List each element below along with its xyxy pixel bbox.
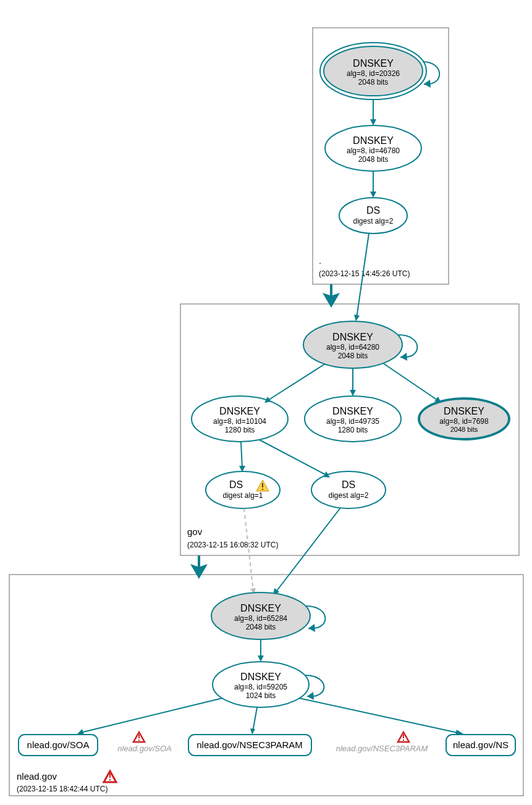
- svg-text:2048 bits: 2048 bits: [246, 623, 276, 631]
- svg-rect-71: [403, 735, 404, 738]
- svg-text:DNSKEY: DNSKEY: [240, 603, 281, 613]
- delegation-arrow-gov-to-nlead: [190, 555, 208, 579]
- node-gov-zsk2[interactable]: DNSKEY alg=8, id=49735 1280 bits: [305, 396, 401, 442]
- node-root-zsk[interactable]: DNSKEY alg=8, id=46780 2048 bits: [325, 125, 421, 171]
- svg-marker-73: [77, 729, 84, 735]
- error-icon: [104, 771, 116, 782]
- svg-text:2048 bits: 2048 bits: [338, 352, 368, 360]
- zone-nlead-timestamp: (2023-12-15 18:42:44 UTC): [17, 785, 108, 793]
- node-rr-soa[interactable]: nlead.gov/SOA: [19, 735, 98, 756]
- svg-text:alg=8, id=7698: alg=8, id=7698: [439, 417, 489, 426]
- node-gov-ds1[interactable]: DS digest alg=1: [206, 471, 280, 508]
- svg-rect-77: [109, 773, 111, 778]
- error-icon: [133, 732, 145, 742]
- zone-gov-name: gov: [187, 526, 203, 537]
- node-nlead-zsk[interactable]: DNSKEY alg=8, id=59205 1024 bits: [213, 662, 309, 707]
- node-root-ds[interactable]: DS digest alg=2: [339, 198, 407, 234]
- node-gov-ds2[interactable]: DS digest alg=2: [311, 471, 386, 508]
- svg-rect-72: [403, 740, 404, 741]
- zone-nlead-name: nlead.gov: [17, 771, 57, 782]
- svg-text:digest alg=1: digest alg=1: [222, 491, 263, 500]
- edge-ds1-nleadksk: [244, 508, 253, 591]
- svg-text:alg=8, id=46780: alg=8, id=46780: [347, 146, 400, 155]
- zone-gov-timestamp: (2023-12-15 16:08:32 UTC): [187, 541, 278, 549]
- svg-text:nlead.gov/NSEC3PARAM: nlead.gov/NSEC3PARAM: [196, 740, 302, 750]
- node-rr-nsec3param[interactable]: nlead.gov/NSEC3PARAM: [188, 735, 311, 756]
- node-gov-extra[interactable]: DNSKEY alg=8, id=7698 2048 bits: [418, 397, 510, 440]
- svg-marker-5: [424, 80, 431, 88]
- svg-marker-14: [370, 192, 376, 198]
- node-gov-ksk[interactable]: DNSKEY alg=8, id=64280 2048 bits: [303, 321, 402, 368]
- svg-marker-15: [354, 314, 360, 321]
- phantom-nsec3param: nlead.gov/NSEC3PARAM: [336, 744, 428, 753]
- phantom-soa: nlead.gov/SOA: [117, 744, 171, 753]
- svg-text:DS: DS: [366, 205, 380, 216]
- svg-text:nlead.gov/SOA: nlead.gov/SOA: [27, 740, 90, 750]
- svg-text:nlead.gov/NS: nlead.gov/NS: [453, 740, 509, 750]
- svg-point-11: [339, 198, 407, 234]
- svg-marker-10: [370, 119, 376, 125]
- svg-marker-60: [307, 692, 314, 700]
- node-root-ksk[interactable]: DNSKEY alg=8, id=20326 2048 bits: [320, 43, 426, 99]
- node-gov-zsk1[interactable]: DNSKEY alg=8, id=10104 1280 bits: [192, 396, 288, 442]
- svg-text:alg=8, id=10104: alg=8, id=10104: [213, 417, 266, 426]
- svg-text:digest alg=2: digest alg=2: [328, 491, 368, 500]
- svg-text:DNSKEY: DNSKEY: [353, 58, 394, 69]
- svg-marker-54: [308, 624, 315, 632]
- svg-text:DNSKEY: DNSKEY: [332, 406, 373, 416]
- svg-text:DNSKEY: DNSKEY: [240, 672, 281, 682]
- svg-point-37: [206, 471, 280, 508]
- zone-root-timestamp: (2023-12-15 14:45:26 UTC): [319, 269, 410, 278]
- node-rr-ns[interactable]: nlead.gov/NS: [446, 735, 515, 756]
- svg-text:DNSKEY: DNSKEY: [219, 406, 260, 416]
- svg-text:2048 bits: 2048 bits: [358, 78, 389, 86]
- svg-text:DNSKEY: DNSKEY: [444, 406, 484, 416]
- svg-text:alg=8, id=59205: alg=8, id=59205: [234, 683, 287, 691]
- svg-text:DS: DS: [229, 479, 243, 490]
- svg-text:alg=8, id=49735: alg=8, id=49735: [326, 417, 379, 426]
- node-nlead-ksk[interactable]: DNSKEY alg=8, id=65284 2048 bits: [211, 592, 310, 639]
- svg-text:alg=8, id=65284: alg=8, id=65284: [234, 614, 287, 623]
- svg-text:DNSKEY: DNSKEY: [332, 332, 373, 342]
- svg-text:2048 bits: 2048 bits: [358, 155, 389, 164]
- svg-rect-69: [138, 740, 140, 741]
- svg-marker-20: [400, 353, 407, 361]
- svg-text:DS: DS: [342, 479, 355, 490]
- svg-rect-68: [138, 735, 140, 738]
- svg-point-43: [311, 471, 386, 508]
- svg-text:2048 bits: 2048 bits: [450, 426, 478, 433]
- error-icon: [398, 732, 409, 742]
- zone-root-name: .: [319, 255, 321, 266]
- svg-rect-78: [109, 779, 111, 781]
- svg-text:alg=8, id=20326: alg=8, id=20326: [347, 69, 400, 78]
- dnssec-diagram: DNSKEY alg=8, id=20326 2048 bits DNSKEY …: [0, 0, 532, 805]
- svg-marker-74: [250, 728, 255, 735]
- svg-rect-42: [262, 489, 263, 490]
- svg-rect-41: [262, 483, 263, 487]
- svg-text:alg=8, id=64280: alg=8, id=64280: [326, 343, 379, 352]
- svg-text:digest alg=2: digest alg=2: [353, 217, 393, 225]
- svg-marker-59: [258, 655, 264, 662]
- svg-marker-35: [350, 390, 356, 396]
- edge-ds2-nleadksk: [275, 508, 340, 593]
- svg-text:1024 bits: 1024 bits: [246, 691, 276, 700]
- svg-text:DNSKEY: DNSKEY: [353, 135, 394, 146]
- svg-text:1280 bits: 1280 bits: [225, 426, 255, 434]
- svg-text:1280 bits: 1280 bits: [338, 426, 368, 434]
